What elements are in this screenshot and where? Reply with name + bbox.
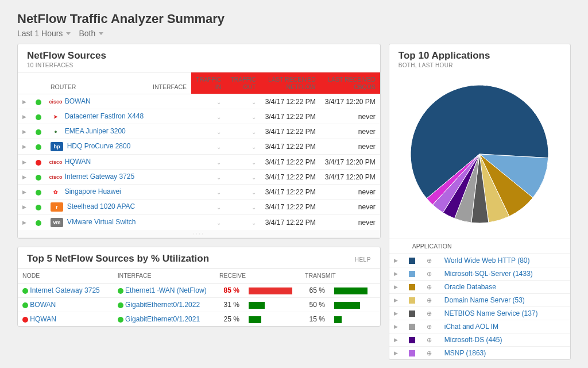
- last-cbqos: never: [320, 185, 380, 200]
- table-row: Internet Gateway 3725 Ethernet1 ·WAN (Ne…: [18, 283, 380, 297]
- last-cbqos: never: [320, 139, 380, 155]
- node-link[interactable]: BOWAN: [30, 301, 56, 309]
- application-link[interactable]: NETBIOS Name Service (137): [444, 309, 538, 317]
- router-link[interactable]: EMEA Juniper 3200: [65, 127, 126, 135]
- traffic-out-toggle[interactable]: ⌄: [252, 114, 256, 120]
- expand-toggle[interactable]: ▶: [18, 94, 31, 109]
- utilization-table: NODE INTERFACE RECEIVE TRANSMIT Internet…: [18, 268, 380, 326]
- legend-row: ▶⊕Oracle Database: [389, 280, 570, 293]
- expand-toggle[interactable]: ▶: [389, 293, 404, 306]
- expand-toggle[interactable]: ▶: [18, 185, 31, 200]
- expand-toggle[interactable]: ▶: [18, 155, 31, 170]
- legend-swatch: [409, 271, 415, 277]
- status-dot: [118, 302, 123, 308]
- status-dot: [36, 114, 41, 120]
- interface-link[interactable]: Ethernet1 ·WAN (NetFlow): [125, 286, 207, 294]
- col-node: NODE: [18, 269, 113, 283]
- expand-toggle[interactable]: ▶: [389, 280, 404, 293]
- traffic-out-toggle[interactable]: ⌄: [252, 174, 256, 181]
- router-link[interactable]: Datacenter FastIron X448: [65, 112, 144, 120]
- router-link[interactable]: Internet Gateway 3725: [65, 172, 134, 181]
- traffic-out-toggle[interactable]: ⌄: [252, 204, 256, 210]
- table-row: ▶➤ Datacenter FastIron X448⌄⌄3/4/17 12:2…: [18, 109, 380, 124]
- legend-row: ▶⊕Microsoft-SQL-Server (1433): [389, 267, 570, 280]
- receive-bar: [249, 288, 293, 294]
- last-cbqos: never: [320, 124, 380, 139]
- traffic-in-toggle[interactable]: ⌄: [216, 174, 221, 181]
- expand-toggle[interactable]: ▶: [18, 200, 31, 215]
- resize-handle[interactable]: ::::: [18, 230, 380, 238]
- expand-toggle[interactable]: ▶: [389, 320, 404, 333]
- col-interface: INTERFACE: [148, 72, 191, 94]
- application-link[interactable]: iChat and AOL IM: [444, 323, 498, 331]
- application-link[interactable]: Oracle Database: [444, 283, 496, 291]
- traffic-in-toggle[interactable]: ⌄: [216, 159, 221, 166]
- application-link[interactable]: Microsoft-DS (445): [444, 336, 502, 344]
- expand-toggle[interactable]: ▶: [18, 170, 31, 185]
- traffic-out-toggle[interactable]: ⌄: [252, 99, 256, 105]
- router-link[interactable]: VMware Virtual Switch: [67, 218, 136, 226]
- traffic-out-toggle[interactable]: ⌄: [252, 144, 256, 150]
- traffic-in-toggle[interactable]: ⌄: [216, 129, 221, 135]
- applications-pie-chart[interactable]: [402, 76, 557, 232]
- legend-swatch: [409, 337, 415, 343]
- vendor-cisco-icon: cisco: [51, 98, 61, 106]
- netflow-sources-panel: NetFlow Sources 10 INTERFACES ROUTER INT…: [17, 44, 381, 239]
- expand-toggle[interactable]: ▶: [18, 215, 31, 231]
- traffic-in-toggle[interactable]: ⌄: [216, 99, 221, 105]
- traffic-out-toggle[interactable]: ⌄: [252, 220, 256, 226]
- expand-toggle[interactable]: ▶: [18, 124, 31, 139]
- time-range-select[interactable]: Last 1 Hours: [17, 29, 71, 38]
- last-cbqos: 3/4/17 12:20 PM: [320, 170, 380, 185]
- expand-toggle[interactable]: ▶: [389, 267, 404, 280]
- status-dot: [22, 288, 28, 294]
- traffic-in-toggle[interactable]: ⌄: [216, 144, 221, 150]
- traffic-out-toggle[interactable]: ⌄: [252, 129, 256, 135]
- expand-toggle[interactable]: ▶: [18, 109, 31, 124]
- router-link[interactable]: BOWAN: [65, 97, 91, 105]
- col-interface: INTERFACE: [113, 269, 215, 283]
- traffic-out-toggle[interactable]: ⌄: [252, 159, 256, 166]
- panel-title: Top 5 NetFlow Sources by % Utilization: [27, 253, 371, 264]
- traffic-in-toggle[interactable]: ⌄: [216, 189, 221, 195]
- direction-select[interactable]: Both: [79, 29, 103, 38]
- receive-pct: 25 %: [223, 315, 239, 323]
- last-netflow: 3/4/17 12:22 PM: [261, 139, 320, 155]
- router-link[interactable]: Singapore Huawei: [65, 187, 121, 195]
- status-dot: [22, 302, 28, 308]
- expand-toggle[interactable]: ▶: [389, 306, 404, 320]
- expand-toggle[interactable]: ▶: [389, 254, 404, 267]
- node-link[interactable]: Internet Gateway 3725: [30, 286, 99, 294]
- interface-link[interactable]: GigabitEthernet0/1.2021: [125, 315, 200, 323]
- router-link[interactable]: Steelhead 1020 APAC: [67, 202, 136, 210]
- table-row: ▶cisco Internet Gateway 3725⌄⌄3/4/17 12:…: [18, 170, 380, 185]
- application-link[interactable]: World Wide Web HTTP (80): [444, 256, 530, 264]
- application-icon: ⊕: [426, 336, 433, 343]
- last-netflow: 3/4/17 12:22 PM: [261, 200, 320, 215]
- col-transmit: TRANSMIT: [300, 269, 380, 283]
- last-cbqos: never: [320, 109, 380, 124]
- table-row: BOWAN GigabitEthernet0/1.202231 %50 %: [18, 297, 380, 312]
- node-link[interactable]: HQWAN: [30, 315, 56, 323]
- expand-toggle[interactable]: ▶: [389, 346, 404, 359]
- vendor-cisco-icon: cisco: [51, 173, 61, 181]
- receive-pct: 31 %: [223, 301, 239, 309]
- application-link[interactable]: Microsoft-SQL-Server (1433): [444, 270, 533, 278]
- interface-link[interactable]: GigabitEthernet0/1.2022: [125, 301, 200, 309]
- status-dot: [36, 190, 41, 195]
- page-filters: Last 1 Hours Both: [17, 29, 571, 38]
- traffic-out-toggle[interactable]: ⌄: [252, 189, 256, 195]
- expand-toggle[interactable]: ▶: [18, 139, 31, 155]
- expand-toggle[interactable]: ▶: [389, 333, 404, 346]
- status-dot: [118, 317, 123, 323]
- traffic-in-toggle[interactable]: ⌄: [216, 220, 221, 226]
- help-link[interactable]: HELP: [355, 256, 371, 263]
- traffic-in-toggle[interactable]: ⌄: [216, 114, 221, 120]
- router-link[interactable]: HQWAN: [65, 158, 91, 166]
- router-link[interactable]: HDQ ProCurve 2800: [67, 142, 131, 150]
- application-link[interactable]: MSNP (1863): [444, 349, 486, 357]
- traffic-in-toggle[interactable]: ⌄: [216, 204, 221, 210]
- col-traffic-out: TRAFFICOUT: [226, 72, 260, 94]
- application-link[interactable]: Domain Name Server (53): [444, 296, 525, 304]
- legend-row: ▶⊕iChat and AOL IM: [389, 320, 570, 333]
